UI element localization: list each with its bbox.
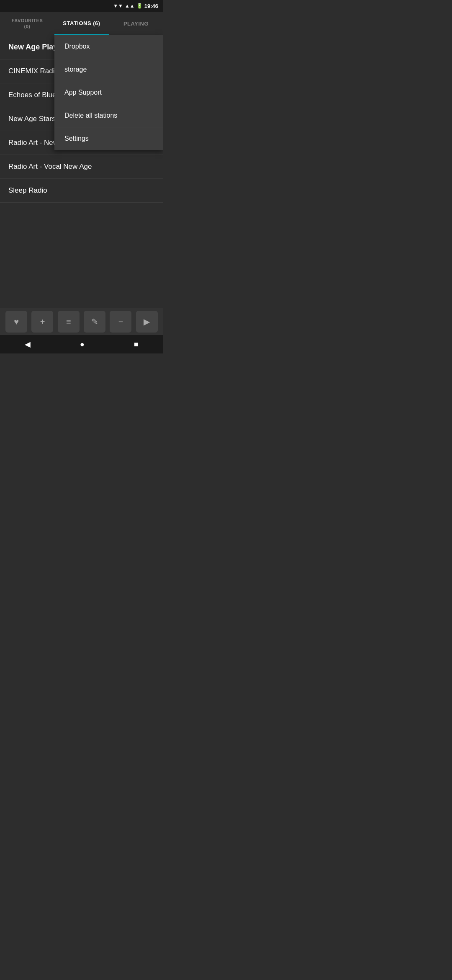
menu-item-label: App Support: [64, 89, 102, 96]
menu-item-settings[interactable]: Settings: [54, 127, 163, 150]
dropdown-menu: Dropbox storage App Support Delete all s…: [54, 35, 163, 150]
menu-item-label: Dropbox: [64, 43, 90, 50]
menu-item-storage[interactable]: storage: [54, 58, 163, 81]
menu-item-app-support[interactable]: App Support: [54, 81, 163, 104]
menu-item-delete-all[interactable]: Delete all stations: [54, 104, 163, 127]
menu-item-label: storage: [64, 66, 87, 73]
menu-item-label: Settings: [64, 135, 89, 142]
menu-item-dropbox[interactable]: Dropbox: [54, 35, 163, 58]
menu-item-label: Delete all stations: [64, 112, 117, 119]
menu-overlay[interactable]: Dropbox storage App Support Delete all s…: [0, 0, 163, 353]
